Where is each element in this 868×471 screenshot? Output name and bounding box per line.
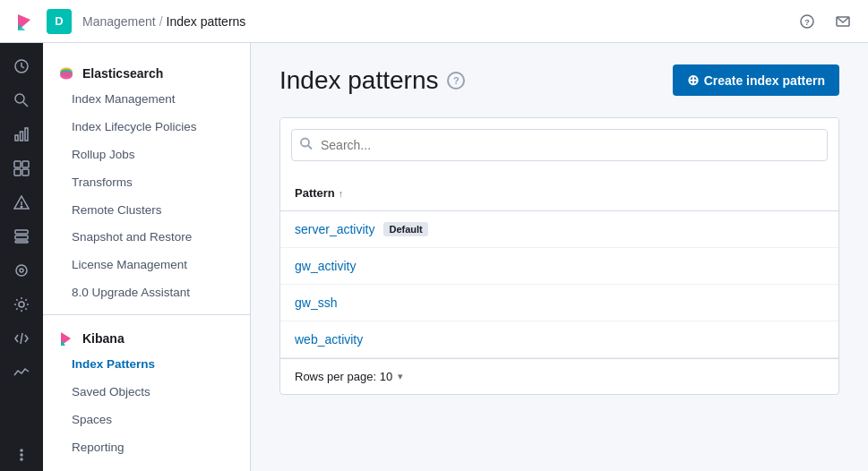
- management-icon[interactable]: [5, 288, 38, 321]
- top-nav-actions: ?: [793, 7, 857, 36]
- infra-icon[interactable]: [5, 220, 38, 253]
- dashboard-icon[interactable]: [5, 152, 38, 184]
- elasticsearch-label: Elasticsearch: [82, 66, 163, 81]
- svg-point-29: [60, 72, 73, 80]
- sidebar-item-transforms[interactable]: Transforms: [43, 169, 250, 197]
- elasticsearch-header: Elasticsearch: [43, 57, 250, 86]
- breadcrumb-separator: /: [159, 14, 163, 29]
- index-patterns-table-container: Pattern ↑ server_activity Default gw_act…: [279, 117, 839, 395]
- recent-icon[interactable]: [5, 50, 38, 82]
- svg-line-31: [308, 146, 312, 150]
- page-title-row: Index patterns ?: [279, 66, 465, 95]
- svg-rect-9: [25, 128, 28, 141]
- rows-per-page-selector[interactable]: Rows per page: 10 ▾: [295, 370, 403, 383]
- default-badge: Default: [383, 222, 427, 236]
- sidebar-item-upgrade-assistant[interactable]: 8.0 Upgrade Assistant: [43, 279, 250, 307]
- sidebar-item-spaces[interactable]: Spaces: [43, 407, 250, 434]
- kibana-logo[interactable]: [11, 7, 39, 36]
- sidebar-item-snapshot-restore[interactable]: Snapshot and Restore: [43, 224, 250, 252]
- breadcrumb: Management / Index patterns: [82, 14, 245, 29]
- search-input[interactable]: [291, 129, 828, 161]
- stack-monitoring-icon[interactable]: [5, 356, 38, 389]
- pattern-column-header[interactable]: Pattern ↑: [295, 186, 343, 200]
- svg-rect-11: [22, 161, 29, 167]
- sidebar-item-advanced-settings[interactable]: Advanced Settings: [43, 462, 250, 471]
- pattern-link[interactable]: gw_ssh: [295, 295, 337, 310]
- svg-point-16: [21, 206, 21, 207]
- table-footer: Rows per page: 10 ▾: [280, 358, 838, 394]
- pattern-label: Pattern: [295, 186, 335, 200]
- page-title: Index patterns: [279, 66, 438, 95]
- kibana-section: Kibana Index Patterns Saved Objects Spac…: [43, 322, 250, 471]
- sidebar-item-rollup-jobs[interactable]: Rollup Jobs: [43, 141, 250, 169]
- table-row[interactable]: gw_activity: [280, 248, 838, 285]
- svg-point-30: [301, 139, 309, 147]
- kibana-label: Kibana: [82, 331, 125, 346]
- collapse-icon[interactable]: [5, 439, 38, 471]
- svg-line-6: [23, 102, 28, 107]
- sidebar-divider: [43, 314, 250, 315]
- svg-point-5: [15, 94, 24, 103]
- dev-tools-icon[interactable]: [5, 322, 38, 355]
- table-row[interactable]: gw_ssh: [280, 285, 838, 321]
- sidebar-item-index-patterns[interactable]: Index Patterns: [43, 351, 250, 379]
- svg-rect-7: [15, 135, 18, 141]
- search-icon: [300, 138, 313, 153]
- sidebar-item-index-management[interactable]: Index Management: [43, 86, 250, 114]
- svg-point-25: [21, 450, 22, 451]
- svg-line-23: [21, 333, 22, 344]
- table-row[interactable]: web_activity: [280, 321, 838, 358]
- plus-icon: ⊕: [687, 72, 699, 89]
- svg-rect-8: [21, 132, 23, 141]
- svg-point-24: [21, 454, 22, 456]
- sort-ascending-icon: ↑: [339, 188, 344, 199]
- search-section: [280, 118, 838, 161]
- sidebar-item-license-management[interactable]: License Management: [43, 252, 250, 279]
- page-header: Index patterns ? ⊕ Create index pattern: [279, 64, 839, 96]
- sidebar-item-index-lifecycle[interactable]: Index Lifecycle Policies: [43, 114, 250, 141]
- rows-per-page-label: Rows per page: 10: [295, 370, 392, 383]
- search-container: [291, 129, 828, 161]
- page-help-icon[interactable]: ?: [447, 72, 465, 90]
- pattern-link[interactable]: gw_activity: [295, 259, 356, 273]
- icon-rail: [0, 43, 43, 471]
- table-header: Pattern ↑: [280, 176, 838, 211]
- top-nav: D Management / Index patterns ?: [0, 0, 868, 43]
- svg-rect-17: [15, 230, 28, 234]
- svg-point-26: [21, 458, 22, 460]
- sidebar-item-remote-clusters[interactable]: Remote Clusters: [43, 197, 250, 225]
- alert-rail-icon[interactable]: [5, 186, 38, 218]
- main-layout: Elasticsearch Index Management Index Lif…: [0, 43, 868, 471]
- create-index-pattern-button[interactable]: ⊕ Create index pattern: [673, 64, 839, 96]
- svg-point-21: [20, 269, 23, 272]
- visualize-icon[interactable]: [5, 118, 38, 150]
- table-row[interactable]: server_activity Default: [280, 211, 838, 248]
- sidebar: Elasticsearch Index Management Index Lif…: [43, 43, 251, 471]
- apm-icon[interactable]: [5, 254, 38, 287]
- content-area: Index patterns ? ⊕ Create index pattern: [251, 43, 868, 471]
- svg-rect-13: [22, 169, 29, 176]
- breadcrumb-parent[interactable]: Management: [82, 14, 156, 29]
- mail-icon[interactable]: [829, 7, 857, 36]
- svg-rect-10: [14, 161, 21, 167]
- pattern-link[interactable]: web_activity: [295, 332, 363, 347]
- discover-icon[interactable]: [5, 84, 38, 116]
- svg-rect-19: [15, 241, 28, 243]
- sidebar-item-reporting[interactable]: Reporting: [43, 434, 250, 462]
- breadcrumb-current: Index patterns: [167, 14, 246, 29]
- help-icon[interactable]: ?: [793, 7, 821, 36]
- user-badge[interactable]: D: [47, 9, 72, 34]
- kibana-header: Kibana: [43, 322, 250, 351]
- chevron-down-icon: ▾: [398, 371, 403, 382]
- svg-point-20: [16, 265, 27, 276]
- svg-text:?: ?: [804, 18, 810, 27]
- pattern-link[interactable]: server_activity: [295, 222, 374, 236]
- elasticsearch-section: Elasticsearch Index Management Index Lif…: [43, 57, 250, 307]
- sidebar-item-saved-objects[interactable]: Saved Objects: [43, 379, 250, 407]
- create-btn-label: Create index pattern: [704, 73, 825, 88]
- svg-rect-12: [14, 169, 21, 176]
- svg-point-22: [19, 302, 24, 307]
- svg-rect-18: [15, 236, 28, 239]
